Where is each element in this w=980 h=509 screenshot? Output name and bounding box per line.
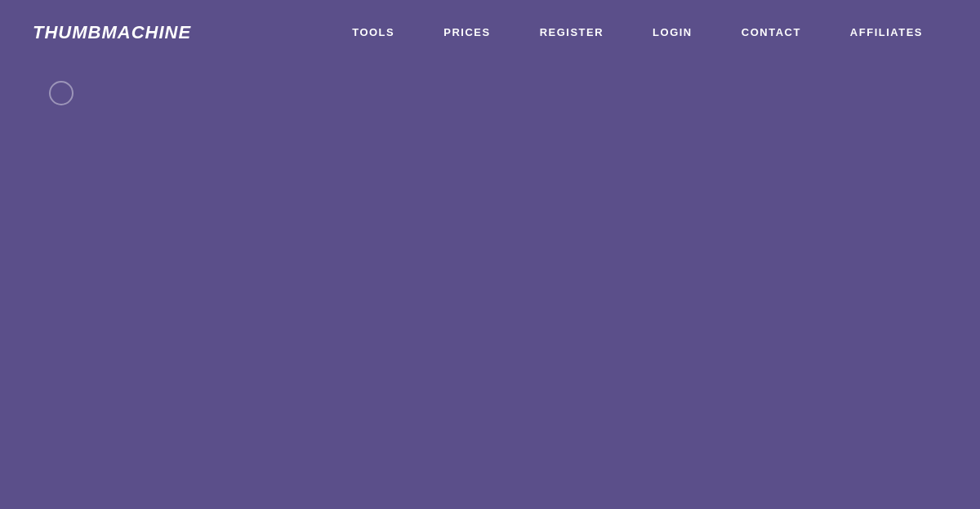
nav-tools[interactable]: TOOLS	[327, 26, 419, 38]
site-logo[interactable]: THUMBMACHINE	[33, 22, 191, 43]
site-header: THUMBMACHINE TOOLS PRICES REGISTER LOGIN…	[0, 0, 980, 65]
nav-contact[interactable]: CONTACT	[717, 26, 826, 38]
nav-register[interactable]: REGISTER	[515, 26, 628, 38]
nav-prices[interactable]: PRICES	[419, 26, 514, 38]
nav-login[interactable]: LOGIN	[628, 26, 717, 38]
main-content	[0, 65, 980, 509]
loading-circle	[49, 81, 74, 105]
main-nav: TOOLS PRICES REGISTER LOGIN CONTACT AFFI…	[327, 26, 947, 38]
nav-affiliates[interactable]: AFFILIATES	[826, 26, 947, 38]
